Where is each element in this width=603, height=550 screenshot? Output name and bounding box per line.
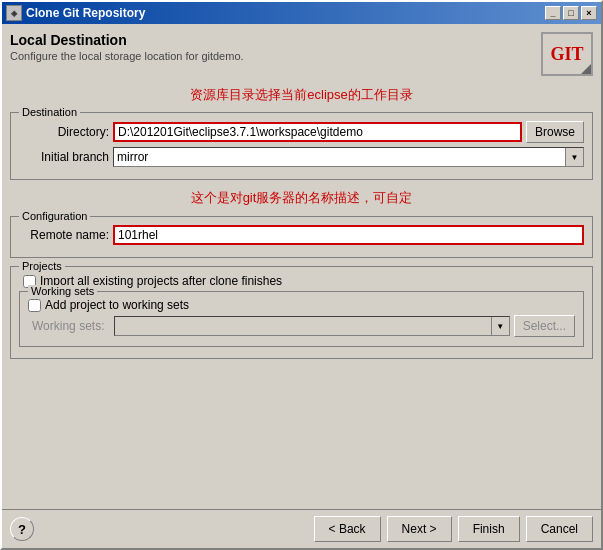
maximize-button[interactable]: □ (563, 6, 579, 20)
destination-group-label: Destination (19, 106, 80, 118)
next-button[interactable]: Next > (387, 516, 452, 542)
remote-name-row: Remote name: (19, 225, 584, 245)
back-button[interactable]: < Back (314, 516, 381, 542)
configuration-group: Configuration Remote name: (10, 216, 593, 258)
working-sets-dropdown-arrow[interactable]: ▼ (491, 317, 509, 335)
branch-select[interactable]: mirror ▼ (113, 147, 584, 167)
titlebar-buttons: _ □ × (545, 6, 597, 20)
add-working-sets-label: Add project to working sets (45, 298, 189, 312)
window-title: Clone Git Repository (26, 6, 545, 20)
working-sets-field-label: Working sets: (32, 319, 110, 333)
branch-row: Initial branch mirror ▼ (19, 147, 584, 167)
remote-name-label: Remote name: (19, 228, 109, 242)
directory-label: Directory: (19, 125, 109, 139)
page-title: Local Destination (10, 32, 533, 48)
window-icon: ◈ (6, 5, 22, 21)
header-text: Local Destination Configure the local st… (10, 32, 533, 62)
directory-input[interactable] (113, 122, 522, 142)
finish-button[interactable]: Finish (458, 516, 520, 542)
import-checkbox-row: Import all existing projects after clone… (19, 274, 584, 288)
page-subtitle: Configure the local storage location for… (10, 50, 533, 62)
add-to-working-sets-row: Add project to working sets (28, 298, 575, 312)
add-working-sets-checkbox[interactable] (28, 299, 41, 312)
projects-group-label: Projects (19, 260, 65, 272)
content-spacer (10, 365, 593, 501)
header-section: Local Destination Configure the local st… (10, 32, 593, 80)
titlebar: ◈ Clone Git Repository _ □ × (2, 2, 601, 24)
footer: ? < Back Next > Finish Cancel (2, 509, 601, 548)
window: ◈ Clone Git Repository _ □ × Local Desti… (0, 0, 603, 550)
working-sets-group: Working sets Add project to working sets… (19, 291, 584, 347)
help-button[interactable]: ? (10, 517, 34, 541)
minimize-button[interactable]: _ (545, 6, 561, 20)
close-button[interactable]: × (581, 6, 597, 20)
working-sets-combo[interactable]: ▼ (114, 316, 510, 336)
annotation-2: 这个是对git服务器的名称描述，可自定 (10, 189, 593, 207)
branch-label: Initial branch (19, 150, 109, 164)
working-sets-input-row: Working sets: ▼ Select... (28, 315, 575, 337)
git-logo: GIT (541, 32, 593, 76)
content-area: Local Destination Configure the local st… (2, 24, 601, 509)
working-sets-group-label: Working sets (28, 285, 97, 297)
projects-group: Projects Import all existing projects af… (10, 266, 593, 359)
configuration-group-label: Configuration (19, 210, 90, 222)
annotation-1: 资源库目录选择当前eclipse的工作目录 (10, 86, 593, 104)
browse-button[interactable]: Browse (526, 121, 584, 143)
destination-group: Destination Directory: Browse Initial br… (10, 112, 593, 180)
remote-name-input[interactable] (113, 225, 584, 245)
branch-dropdown-arrow[interactable]: ▼ (565, 148, 583, 166)
directory-row: Directory: Browse (19, 121, 584, 143)
cancel-button[interactable]: Cancel (526, 516, 593, 542)
branch-value: mirror (117, 150, 148, 164)
select-button[interactable]: Select... (514, 315, 575, 337)
